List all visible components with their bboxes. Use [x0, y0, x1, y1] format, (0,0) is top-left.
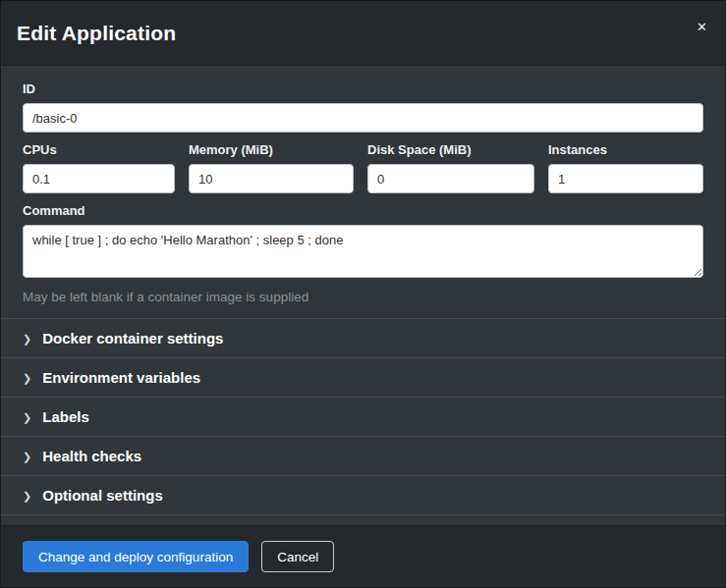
modal-title: Edit Application: [17, 22, 176, 45]
id-label: ID: [23, 81, 703, 96]
command-textarea[interactable]: while [ true ] ; do echo 'Hello Marathon…: [23, 225, 703, 278]
section-label: Docker container settings: [42, 330, 223, 347]
edit-application-modal: Edit Application ✕ ID CPUs Memory (MiB) …: [0, 0, 726, 588]
section-labels[interactable]: ❯ Labels: [1, 398, 725, 436]
id-input[interactable]: [23, 103, 703, 133]
disk-field-group: Disk Space (MiB): [367, 133, 534, 193]
cpus-field-group: CPUs: [23, 133, 175, 193]
cancel-button[interactable]: Cancel: [261, 541, 334, 572]
section-environment-variables[interactable]: ❯ Environment variables: [1, 358, 725, 397]
memory-label: Memory (MiB): [189, 142, 354, 157]
modal-body: ID CPUs Memory (MiB) Disk Space (MiB) In…: [1, 66, 725, 525]
chevron-right-icon: ❯: [23, 412, 31, 423]
disk-input[interactable]: [367, 164, 534, 193]
divider: [1, 514, 725, 515]
instances-label: Instances: [548, 142, 703, 157]
section-label: Environment variables: [42, 369, 200, 386]
chevron-right-icon: ❯: [23, 491, 31, 502]
chevron-right-icon: ❯: [23, 334, 31, 345]
chevron-right-icon: ❯: [23, 452, 31, 462]
memory-input[interactable]: [189, 164, 354, 193]
command-label: Command: [23, 203, 703, 218]
change-and-deploy-button[interactable]: Change and deploy configuration: [23, 541, 249, 572]
section-label: Health checks: [42, 448, 141, 464]
instances-field-group: Instances: [548, 133, 703, 193]
cpus-label: CPUs: [23, 142, 175, 157]
instances-input[interactable]: [548, 164, 703, 193]
command-help-text: May be left blank if a container image i…: [23, 290, 703, 304]
cpus-input[interactable]: [23, 164, 175, 193]
close-icon[interactable]: ✕: [693, 17, 711, 37]
disk-label: Disk Space (MiB): [367, 142, 534, 157]
modal-footer: Change and deploy configuration Cancel: [1, 525, 725, 587]
section-docker-container-settings[interactable]: ❯ Docker container settings: [1, 319, 725, 357]
modal-header: Edit Application ✕: [1, 1, 725, 66]
memory-field-group: Memory (MiB): [189, 133, 354, 193]
section-label: Labels: [42, 408, 89, 425]
chevron-right-icon: ❯: [23, 373, 31, 384]
section-optional-settings[interactable]: ❯ Optional settings: [1, 476, 725, 514]
section-label: Optional settings: [42, 487, 163, 504]
section-health-checks[interactable]: ❯ Health checks: [1, 437, 725, 475]
